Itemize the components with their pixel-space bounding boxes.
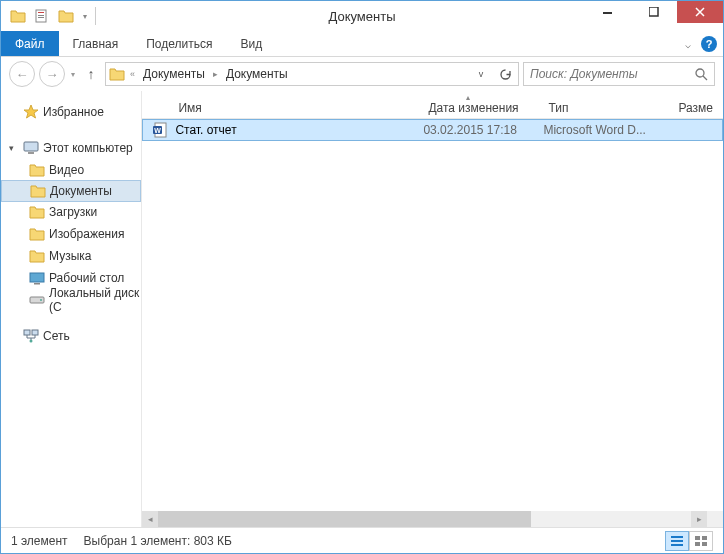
- svg-rect-1: [38, 12, 44, 13]
- svg-text:W: W: [155, 127, 162, 134]
- maximize-button[interactable]: [631, 1, 677, 23]
- desktop-icon: [29, 270, 45, 286]
- tree-pictures[interactable]: Изображения: [1, 223, 141, 245]
- scroll-thumb[interactable]: [158, 511, 531, 527]
- column-headers: Имя Дата изменения Тип Разме: [142, 91, 723, 119]
- back-button[interactable]: ←: [9, 61, 35, 87]
- search-box[interactable]: [523, 62, 715, 86]
- word-doc-icon: W: [153, 122, 169, 138]
- svg-rect-5: [649, 7, 658, 16]
- file-name: Стат. отчет: [175, 123, 236, 137]
- tab-file[interactable]: Файл: [1, 31, 59, 56]
- navigation-bar: ← → ▾ ↑ « Документы ▸ Документы v: [1, 57, 723, 91]
- svg-rect-2: [38, 15, 44, 16]
- tree-music[interactable]: Музыка: [1, 245, 141, 267]
- title-bar: ▾ Документы: [1, 1, 723, 31]
- tree-localdisk[interactable]: Локальный диск (C: [1, 289, 141, 311]
- svg-rect-19: [671, 536, 683, 538]
- tree-label: Изображения: [49, 227, 124, 241]
- tab-home[interactable]: Главная: [59, 31, 133, 56]
- computer-icon: [23, 140, 39, 156]
- details-view-button[interactable]: [665, 531, 689, 551]
- ribbon-tabs: Файл Главная Поделиться Вид ⌵ ?: [1, 31, 723, 57]
- expand-ribbon-icon[interactable]: ⌵: [685, 39, 691, 50]
- up-button[interactable]: ↑: [81, 64, 101, 84]
- breadcrumb-item[interactable]: Документы: [222, 67, 292, 81]
- chevron-right-icon[interactable]: ▸: [211, 69, 220, 79]
- main-area: Избранное ▾ Этот компьютер Видео Докумен…: [1, 91, 723, 527]
- help-icon[interactable]: ?: [701, 36, 717, 52]
- folder-app-icon: [7, 5, 29, 27]
- scroll-right-icon[interactable]: ▸: [691, 511, 707, 527]
- svg-rect-8: [28, 152, 34, 154]
- column-name[interactable]: Имя: [142, 101, 422, 115]
- tree-favorites[interactable]: Избранное: [1, 101, 141, 123]
- tree-computer[interactable]: ▾ Этот компьютер: [1, 137, 141, 159]
- svg-point-15: [30, 340, 33, 343]
- collapse-icon[interactable]: ▾: [9, 143, 19, 153]
- refresh-icon[interactable]: [494, 63, 516, 85]
- folder-icon: [29, 226, 45, 242]
- network-icon: [23, 328, 39, 344]
- new-folder-icon[interactable]: [55, 5, 77, 27]
- svg-rect-9: [30, 273, 44, 282]
- tree-label: Этот компьютер: [43, 141, 133, 155]
- window-controls: [585, 1, 723, 23]
- breadcrumb-item[interactable]: Документы: [139, 67, 209, 81]
- svg-rect-24: [695, 542, 700, 546]
- tab-view[interactable]: Вид: [226, 31, 276, 56]
- star-icon: [23, 104, 39, 120]
- address-dropdown-icon[interactable]: v: [470, 63, 492, 85]
- svg-point-12: [40, 299, 42, 301]
- scroll-track[interactable]: [158, 511, 691, 527]
- column-type[interactable]: Тип: [542, 101, 672, 115]
- tree-label: Документы: [50, 184, 112, 198]
- forward-button[interactable]: →: [39, 61, 65, 87]
- svg-rect-3: [38, 17, 44, 18]
- minimize-button[interactable]: [585, 1, 631, 23]
- column-date[interactable]: Дата изменения: [422, 101, 542, 115]
- tree-label: Музыка: [49, 249, 91, 263]
- item-count: 1 элемент: [11, 534, 68, 548]
- search-input[interactable]: [530, 67, 695, 81]
- tree-documents[interactable]: Документы: [1, 180, 141, 202]
- properties-icon[interactable]: [31, 5, 53, 27]
- svg-rect-20: [671, 540, 683, 542]
- tree-videos[interactable]: Видео: [1, 159, 141, 181]
- history-dropdown-icon[interactable]: ▾: [69, 70, 77, 79]
- file-row[interactable]: W Стат. отчет 03.02.2015 17:18 Microsoft…: [142, 119, 723, 141]
- tree-label: Рабочий стол: [49, 271, 124, 285]
- tree-downloads[interactable]: Загрузки: [1, 201, 141, 223]
- tree-label: Видео: [49, 163, 84, 177]
- file-type: Microsoft Word D...: [543, 123, 673, 137]
- folder-icon: [29, 162, 45, 178]
- close-button[interactable]: [677, 1, 723, 23]
- address-bar[interactable]: « Документы ▸ Документы v: [105, 62, 519, 86]
- svg-rect-13: [24, 330, 30, 335]
- chevron-icon[interactable]: «: [128, 69, 137, 79]
- selection-info: Выбран 1 элемент: 803 КБ: [84, 534, 232, 548]
- tree-network[interactable]: Сеть: [1, 325, 141, 347]
- tab-share[interactable]: Поделиться: [132, 31, 226, 56]
- quick-access-toolbar: ▾: [1, 5, 98, 27]
- svg-rect-23: [702, 536, 707, 540]
- tree-label: Загрузки: [49, 205, 97, 219]
- horizontal-scrollbar[interactable]: ◂ ▸: [142, 511, 707, 527]
- sort-indicator-icon: ▴: [466, 93, 470, 102]
- search-icon[interactable]: [695, 68, 708, 81]
- tree-label: Избранное: [43, 105, 104, 119]
- qat-dropdown-icon[interactable]: ▾: [79, 5, 91, 27]
- svg-rect-7: [24, 142, 38, 151]
- svg-rect-4: [603, 12, 612, 14]
- svg-rect-21: [671, 544, 683, 546]
- scroll-left-icon[interactable]: ◂: [142, 511, 158, 527]
- file-date: 03.02.2015 17:18: [423, 123, 543, 137]
- icons-view-button[interactable]: [689, 531, 713, 551]
- navigation-pane: Избранное ▾ Этот компьютер Видео Докумен…: [1, 91, 142, 527]
- svg-point-6: [696, 69, 704, 77]
- drive-icon: [29, 292, 45, 308]
- folder-icon: [29, 204, 45, 220]
- folder-icon: [29, 248, 45, 264]
- column-size[interactable]: Разме: [672, 101, 723, 115]
- folder-icon: [30, 183, 46, 199]
